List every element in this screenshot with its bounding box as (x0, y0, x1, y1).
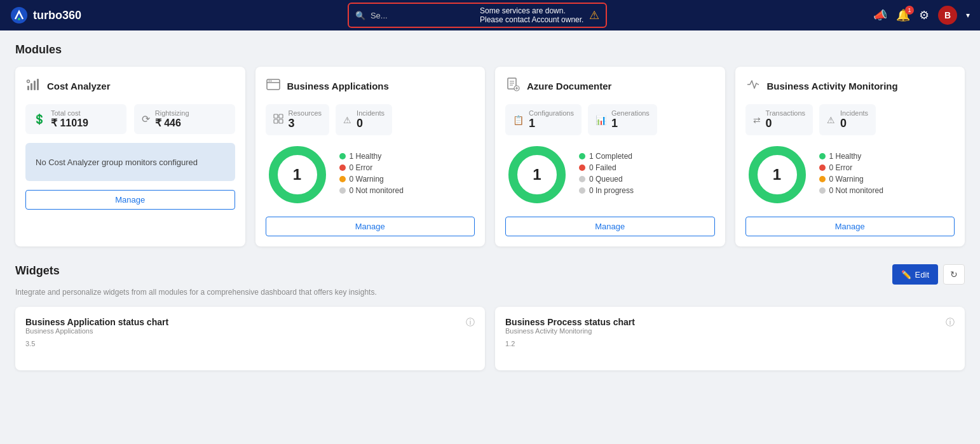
widgets-actions: ✏️ Edit ↻ (892, 264, 965, 285)
configurations-stat: 📋 Configurations 1 (505, 104, 582, 135)
rightsizing-label: Rightsizing (155, 109, 189, 117)
bam-not-monitored-dot (819, 187, 826, 194)
svg-rect-3 (31, 83, 32, 90)
bam-icon (745, 77, 761, 95)
business-apps-donut: 1 (266, 143, 329, 206)
widgets-header: Widgets Integrate and personalize widget… (15, 264, 965, 297)
widget-1-info-icon[interactable]: ⓘ (946, 317, 955, 328)
bam-manage-button[interactable]: Manage (745, 217, 955, 236)
legend-item: 0 Error (339, 163, 404, 172)
business-applications-card: Business Applications (255, 67, 486, 246)
configurations-icon: 📋 (513, 115, 524, 125)
search-text[interactable]: Se... (371, 11, 475, 20)
edit-label: Edit (915, 270, 929, 279)
cost-analyzer-title: Cost Analyzer (47, 81, 110, 91)
widget-0-header: Business Application status chart Busine… (25, 317, 475, 335)
warning-dot (339, 176, 346, 182)
no-monitors-message: No Cost Analyzer group monitors configur… (25, 143, 235, 181)
widget-1-header: Business Process status chart Business A… (505, 317, 955, 335)
legend-item: 0 Not monitored (819, 186, 883, 195)
app-name: turbo360 (33, 9, 81, 22)
rightsizing-value: ₹ 446 (155, 117, 189, 129)
avatar-dropdown-icon[interactable]: ▾ (966, 11, 970, 20)
bam-stats: ⇄ Transactions 0 ⚠ Incidents 0 (745, 104, 955, 135)
generations-label: Generations (611, 109, 650, 117)
azure-documenter-icon (505, 77, 521, 95)
total-cost-label: Total cost (51, 109, 88, 117)
widget-0-y-label: 3.5 (25, 340, 475, 347)
legend-item: 1 Healthy (339, 152, 404, 161)
transactions-icon: ⇄ (753, 115, 761, 125)
bam-incidents-stat: ⚠ Incidents 0 (819, 104, 876, 135)
settings-icon[interactable]: ⚙ (919, 8, 929, 22)
business-activity-monitoring-card: Business Activity Monitoring ⇄ Transacti… (735, 67, 965, 246)
svg-point-6 (27, 80, 30, 83)
widget-1-subtitle: Business Activity Monitoring (505, 327, 635, 335)
search-alert-box: 🔍 Se... Some services are down. Please c… (348, 3, 607, 28)
svg-point-10 (270, 81, 271, 82)
not-monitored-dot (339, 187, 346, 194)
widgets-subtitle: Integrate and personalize widgets from a… (15, 288, 377, 297)
legend-item: 0 Warning (819, 175, 883, 184)
search-icon: 🔍 (355, 11, 365, 20)
business-apps-icon (266, 77, 281, 95)
widgets-grid: Business Application status chart Busine… (15, 307, 965, 370)
bam-legend: 1 Healthy 0 Error 0 Warning 0 Not m (819, 152, 883, 198)
configurations-value: 1 (529, 117, 574, 130)
svg-point-9 (268, 81, 269, 82)
azure-documenter-donut: 1 (505, 143, 569, 206)
azure-documenter-title: Azure Documenter (527, 81, 611, 91)
legend-item: 0 Queued (579, 175, 634, 184)
bam-healthy-dot (819, 153, 826, 159)
transactions-value: 0 (766, 117, 806, 130)
svg-rect-2 (27, 86, 29, 90)
warning-icon: ⚠ (589, 8, 599, 22)
business-apps-legend: 1 Healthy 0 Error 0 Warning 0 Not m (339, 152, 404, 198)
business-apps-title: Business Applications (287, 81, 389, 91)
widget-0-info-icon[interactable]: ⓘ (466, 317, 475, 328)
bam-title: Business Activity Monitoring (767, 81, 898, 91)
widgets-title: Widgets (15, 264, 377, 278)
azure-documenter-donut-area: 1 1 Completed 0 Failed 0 Q (505, 143, 715, 206)
completed-dot (579, 153, 585, 159)
widget-card-1: Business Process status chart Business A… (495, 307, 965, 370)
alert-message: Some services are down. Please contact A… (480, 6, 584, 24)
notification-icon[interactable]: 🔔 1 (896, 8, 910, 22)
widget-0-chart: 3.5 (25, 340, 475, 347)
total-cost-stat: 💲 Total cost ₹ 11019 (25, 104, 126, 134)
bam-incidents-icon: ⚠ (827, 115, 835, 125)
incidents-value: 0 (357, 117, 385, 130)
widget-1-title: Business Process status chart (505, 317, 635, 327)
bam-header: Business Activity Monitoring (745, 77, 955, 95)
transactions-stat: ⇄ Transactions 0 (745, 104, 813, 135)
business-apps-manage-button[interactable]: Manage (266, 217, 475, 236)
configurations-label: Configurations (529, 109, 574, 117)
refresh-widgets-button[interactable]: ↻ (943, 264, 965, 285)
legend-item: 0 Failed (579, 163, 634, 172)
edit-icon: ✏️ (901, 270, 911, 279)
svg-rect-14 (279, 119, 283, 123)
user-avatar[interactable]: B (938, 6, 957, 25)
bam-donut-area: 1 1 Healthy 0 Error 0 Warn (745, 143, 955, 206)
legend-item: 1 Healthy (819, 152, 883, 161)
error-dot (339, 165, 346, 171)
search-alert-container: 🔍 Se... Some services are down. Please c… (89, 3, 866, 28)
app-logo[interactable]: turbo360 (10, 6, 81, 24)
app-header: turbo360 🔍 Se... Some services are down.… (0, 0, 980, 30)
svg-rect-5 (37, 79, 39, 90)
legend-item: 0 In progress (579, 186, 634, 195)
business-applications-header: Business Applications (266, 77, 475, 95)
incidents-icon: ⚠ (343, 115, 351, 125)
legend-item: 0 Warning (339, 175, 404, 184)
cost-analyzer-manage-button[interactable]: Manage (25, 190, 235, 210)
resources-label: Resources (289, 109, 322, 117)
svg-rect-12 (279, 114, 283, 118)
megaphone-icon[interactable]: 📣 (873, 8, 887, 22)
modules-grid: Cost Analyzer 💲 Total cost ₹ 11019 ⟳ Rig… (15, 67, 965, 246)
cost-analyzer-icon (25, 77, 41, 95)
edit-widgets-button[interactable]: ✏️ Edit (892, 264, 938, 285)
svg-point-1 (18, 18, 20, 20)
resources-stat: Resources 3 (266, 104, 330, 135)
azure-documenter-header: Azure Documenter (505, 77, 715, 95)
azure-documenter-manage-button[interactable]: Manage (505, 217, 715, 236)
